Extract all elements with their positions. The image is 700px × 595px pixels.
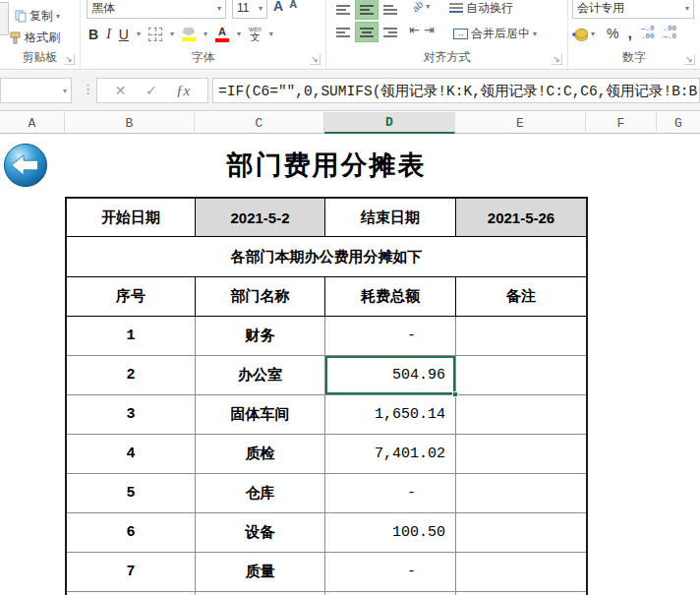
font-color-button[interactable]: A — [215, 27, 229, 42]
serial-cell[interactable]: 5 — [67, 474, 196, 513]
ribbon-group-alignment: ab ▾ 自动换行 ⇤ ⇥ ↔ 合并后居中 ▾ 对齐方式 ↘ — [326, 0, 568, 69]
end-date-value[interactable]: 2021-5-26 — [456, 199, 586, 237]
percent-style-button[interactable]: % — [607, 26, 618, 41]
merge-center-button[interactable]: ↔ 合并后居中 ▾ — [450, 25, 540, 43]
expense-table: 开始日期 2021-5-2 结束日期 2021-5-26 各部门本期办公费用分摊… — [65, 197, 588, 595]
increase-indent-button[interactable]: ⇥ — [424, 23, 435, 37]
orientation-button[interactable]: ab ▾ — [409, 0, 433, 13]
note-cell[interactable] — [456, 317, 586, 356]
font-dialog-launcher-icon[interactable]: ↘ — [310, 54, 321, 65]
wrap-text-label: 自动换行 — [466, 0, 513, 17]
formula-bar-resize-handle[interactable]: ⋮ — [82, 82, 93, 96]
column-header-c[interactable]: C — [195, 112, 324, 134]
end-date-label[interactable]: 结束日期 — [325, 199, 456, 237]
name-box[interactable]: ▾ — [0, 78, 72, 103]
column-header-a[interactable]: A — [0, 112, 65, 134]
align-middle-button[interactable] — [356, 0, 378, 19]
wrap-text-button[interactable]: 自动换行 — [446, 0, 516, 18]
column-header-f[interactable]: F — [586, 112, 657, 134]
header-note[interactable]: 备注 — [456, 277, 586, 317]
fill-color-swatch — [182, 37, 196, 41]
ribbon: 复制 ▾ 格式刷 剪贴板 ↘ 黑体 ▾ 11 ▾ A A — [0, 0, 700, 70]
amount-cell[interactable]: 100.50 — [325, 513, 456, 553]
serial-cell[interactable]: 1 — [67, 317, 196, 356]
note-cell[interactable] — [456, 513, 586, 553]
font-size-combobox[interactable]: 11 ▾ — [232, 0, 267, 19]
shrink-font-button[interactable]: A — [289, 0, 297, 14]
department-cell[interactable]: 质检 — [196, 435, 325, 474]
column-header-e[interactable]: E — [455, 112, 586, 134]
serial-cell[interactable]: 2 — [67, 356, 196, 395]
note-cell[interactable] — [456, 435, 586, 474]
bold-button[interactable]: B — [88, 27, 98, 42]
chevron-down-icon[interactable]: ▾ — [237, 30, 241, 38]
font-buttons-row: B I U ▾ ▾ ▾ A ▾ wén 文 — [88, 26, 273, 42]
formula-input[interactable]: =IF(C6="",0,SUMIFS(领用记录!K:K,领用记录!C:C,C6,… — [212, 78, 700, 103]
department-cell[interactable]: 质量 — [196, 553, 325, 592]
amount-cell[interactable]: - — [325, 317, 456, 356]
comma-style-button[interactable]: , — [627, 25, 631, 42]
borders-button[interactable] — [148, 28, 162, 41]
note-cell[interactable] — [456, 474, 586, 513]
enter-icon[interactable]: ✓ — [146, 83, 157, 98]
number-dialog-launcher-icon[interactable]: ↘ — [684, 54, 695, 65]
serial-cell[interactable]: 4 — [67, 435, 196, 474]
font-color-swatch — [215, 38, 229, 42]
serial-cell[interactable]: 3 — [67, 395, 196, 435]
note-cell[interactable] — [456, 553, 586, 592]
chevron-down-icon[interactable]: ▾ — [137, 30, 141, 38]
column-header-d[interactable]: D — [324, 112, 455, 134]
phonetic-guide-button[interactable]: wén 文 — [249, 26, 262, 42]
align-top-button[interactable] — [332, 0, 354, 19]
increase-decimal-button[interactable]: ←.0 .00 — [641, 26, 655, 41]
amount-cell[interactable]: - — [325, 474, 456, 513]
format-painter-label: 格式刷 — [25, 30, 60, 46]
number-format-combobox[interactable]: 会计专用 ▾ — [572, 0, 694, 19]
amount-cell[interactable]: 504.96 — [325, 356, 456, 395]
insert-function-icon[interactable]: ƒx — [176, 83, 190, 99]
accounting-format-button[interactable]: ▾ — [572, 28, 598, 39]
copy-icon — [15, 10, 27, 23]
start-date-value[interactable]: 2021-5-2 — [196, 199, 325, 237]
note-cell[interactable] — [456, 395, 586, 435]
department-cell[interactable]: 设备 — [196, 513, 325, 553]
decrease-indent-button[interactable]: ⇤ — [409, 23, 420, 37]
header-amount[interactable]: 耗费总额 — [325, 277, 456, 317]
underline-button[interactable]: U — [119, 27, 129, 42]
department-cell[interactable]: 办公室 — [196, 356, 325, 395]
cancel-icon[interactable]: ✕ — [115, 83, 127, 98]
table-subtitle[interactable]: 各部门本期办公费用分摊如下 — [67, 237, 586, 277]
amount-cell[interactable]: 1,650.14 — [325, 395, 456, 435]
amount-cell[interactable]: - — [325, 553, 456, 592]
align-bottom-button[interactable] — [379, 0, 401, 19]
fill-handle[interactable] — [452, 391, 458, 397]
serial-cell[interactable]: 6 — [67, 513, 196, 553]
fill-color-button[interactable] — [182, 28, 196, 41]
alignment-dialog-launcher-icon[interactable]: ↘ — [552, 54, 562, 65]
department-cell[interactable]: 财务 — [196, 317, 325, 356]
header-serial[interactable]: 序号 — [67, 277, 196, 317]
chevron-down-icon[interactable]: ▾ — [204, 30, 207, 38]
column-header-g[interactable]: G — [657, 112, 700, 134]
header-department[interactable]: 部门名称 — [196, 277, 325, 317]
column-header-b[interactable]: B — [65, 112, 195, 134]
copy-button[interactable]: 复制 ▾ — [12, 7, 63, 26]
chevron-down-icon[interactable]: ▾ — [170, 30, 174, 38]
align-left-button[interactable] — [332, 23, 354, 41]
note-cell[interactable] — [456, 356, 586, 395]
format-painter-button[interactable]: 格式刷 — [6, 29, 63, 47]
grow-font-button[interactable]: A — [273, 0, 283, 14]
back-button[interactable] — [3, 143, 48, 188]
department-cell[interactable]: 固体车间 — [196, 395, 325, 435]
decrease-decimal-button[interactable]: .00 →.0 — [663, 26, 676, 41]
amount-cell[interactable]: 7,401.02 — [325, 435, 456, 474]
serial-cell[interactable]: 7 — [67, 553, 196, 592]
chevron-down-icon[interactable]: ▾ — [269, 30, 273, 38]
italic-button[interactable]: I — [106, 27, 111, 42]
font-name-combobox[interactable]: 黑体 ▾ — [87, 0, 226, 19]
department-cell[interactable]: 仓库 — [196, 474, 325, 513]
align-center-button[interactable] — [356, 23, 378, 41]
align-right-button[interactable] — [379, 23, 401, 41]
clipboard-dialog-launcher-icon[interactable]: ↘ — [64, 54, 75, 65]
start-date-label[interactable]: 开始日期 — [67, 199, 196, 237]
